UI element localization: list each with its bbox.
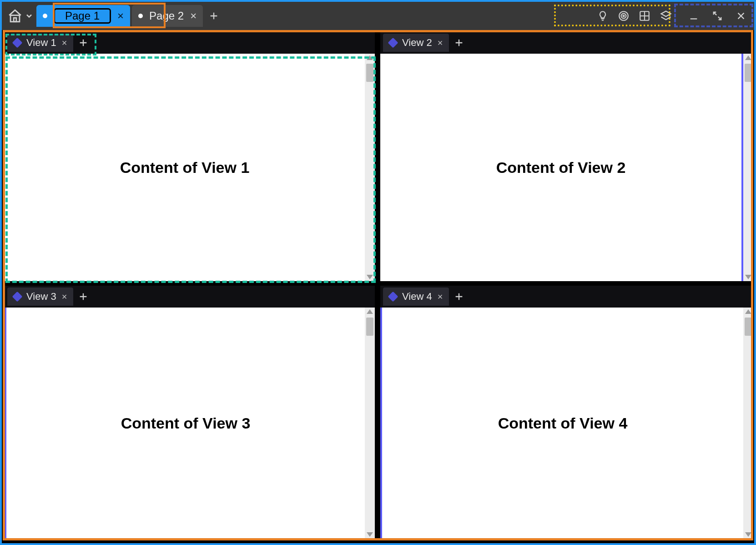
vertical-scrollbar[interactable] xyxy=(365,54,375,281)
window-controls-group xyxy=(680,2,754,30)
close-icon[interactable]: × xyxy=(438,38,443,48)
view-diamond-icon xyxy=(12,292,23,302)
tips-bulb-icon[interactable] xyxy=(597,10,609,22)
view-4-content: Content of View 4 xyxy=(380,308,743,539)
view-tab-strip: View 2 × xyxy=(380,32,753,54)
vertical-scrollbar[interactable] xyxy=(743,54,753,281)
view-tab-2[interactable]: View 2 × xyxy=(383,34,449,52)
view-tab-4[interactable]: View 4 × xyxy=(383,288,449,306)
add-view-button[interactable] xyxy=(73,287,93,307)
view-tab-strip: View 3 × xyxy=(5,286,375,308)
view-tab-1-label: View 1 xyxy=(26,37,56,49)
home-group xyxy=(5,2,35,30)
view-2-content: Content of View 2 xyxy=(380,54,743,281)
view-1-content: Content of View 1 xyxy=(5,54,365,281)
close-icon[interactable]: × xyxy=(62,292,67,302)
view-pane-3: View 3 × Content of View 3 xyxy=(5,286,375,539)
view-tab-4-label: View 4 xyxy=(402,291,432,303)
close-icon[interactable]: × xyxy=(117,10,124,21)
layers-icon[interactable] xyxy=(660,10,672,22)
page-tab-strip: Page 1 × Page 2 × xyxy=(35,2,224,30)
app-frame: Page 1 × Page 2 × xyxy=(0,0,756,545)
view-tab-3-label: View 3 xyxy=(26,291,56,303)
topbar: Page 1 × Page 2 × xyxy=(2,2,754,30)
grid-layout-icon[interactable] xyxy=(639,10,650,22)
unsaved-dot-icon xyxy=(138,14,143,18)
view-diamond-icon xyxy=(388,292,398,302)
svg-point-2 xyxy=(619,11,628,20)
page-tab-1-label: Page 1 xyxy=(54,8,111,24)
add-page-button[interactable] xyxy=(204,6,224,26)
workspace: View 1 × Content of View 1 View 2 × xyxy=(2,30,754,543)
add-view-button[interactable] xyxy=(449,287,469,307)
view-tab-strip: View 1 × xyxy=(5,32,375,54)
minimize-icon[interactable] xyxy=(689,11,699,21)
unsaved-dot-icon xyxy=(43,14,47,18)
svg-marker-6 xyxy=(661,11,671,17)
vertical-scrollbar[interactable] xyxy=(365,308,375,539)
view-tab-2-label: View 2 xyxy=(402,37,432,49)
view-tab-1[interactable]: View 1 × xyxy=(7,34,73,52)
close-icon[interactable]: × xyxy=(438,292,443,302)
page-tab-1[interactable]: Page 1 × xyxy=(36,5,130,27)
ide-tools-group xyxy=(589,2,680,30)
svg-rect-1 xyxy=(14,18,16,22)
add-view-button[interactable] xyxy=(73,33,93,53)
view-pane-1: View 1 × Content of View 1 xyxy=(5,32,375,281)
view-pane-2: View 2 × Content of View 2 xyxy=(380,32,753,281)
page-tab-2[interactable]: Page 2 × xyxy=(132,5,203,27)
close-window-icon[interactable] xyxy=(736,11,746,21)
home-icon[interactable] xyxy=(7,8,23,24)
view-pane-4: View 4 × Content of View 4 xyxy=(380,286,753,539)
view-diamond-icon xyxy=(388,38,398,48)
close-icon[interactable]: × xyxy=(62,38,67,48)
view-3-content: Content of View 3 xyxy=(5,308,365,539)
close-icon[interactable]: × xyxy=(190,10,197,21)
svg-point-3 xyxy=(621,14,626,19)
home-dropdown-chevron-icon[interactable] xyxy=(25,11,34,20)
target-icon[interactable] xyxy=(618,10,630,22)
page-tab-2-label: Page 2 xyxy=(149,10,184,22)
view-diamond-icon xyxy=(12,38,23,48)
view-tab-strip: View 4 × xyxy=(380,286,753,308)
svg-point-4 xyxy=(623,15,624,16)
maximize-icon[interactable] xyxy=(712,11,722,21)
view-tab-3[interactable]: View 3 × xyxy=(7,288,73,306)
vertical-scrollbar[interactable] xyxy=(743,308,753,539)
add-view-button[interactable] xyxy=(449,33,469,53)
